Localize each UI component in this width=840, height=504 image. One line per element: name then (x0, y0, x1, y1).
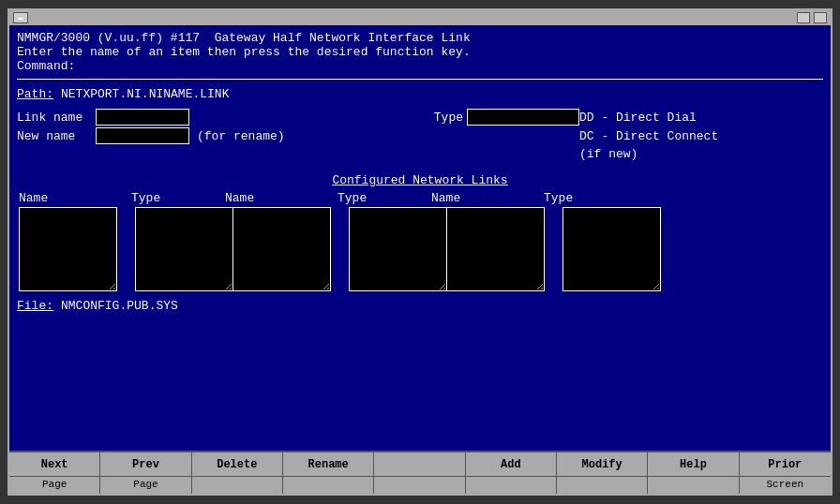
prior-screen-label: Prior (740, 452, 831, 477)
delete-button[interactable]: Delete (192, 452, 283, 494)
main-window: ▬ NMMGR/3000 (V.uu.ff) #117 Gateway Half… (8, 8, 832, 496)
help-label: Help (648, 452, 738, 477)
dc-legend: DC - Direct Connect (579, 127, 823, 146)
modify-label: Modify (557, 452, 647, 477)
col-header-name3: Name (431, 191, 544, 205)
instruction-text: Enter the name of an item then press the… (17, 45, 823, 59)
rename-button[interactable]: Rename (283, 452, 374, 494)
main-content: NMMGR/3000 (V.uu.ff) #117 Gateway Half N… (9, 25, 831, 451)
prev-page-sublabel: Page (100, 477, 190, 494)
type-col3[interactable] (562, 207, 661, 291)
link-name-label: Link name (17, 111, 92, 125)
new-name-row: New name (for rename) (17, 127, 415, 144)
prev-page-button[interactable]: Prev Page (100, 452, 191, 494)
next-page-label: Next (9, 452, 99, 477)
type-input[interactable] (467, 109, 579, 126)
col-header-name2: Name (225, 191, 338, 205)
form-section: Link name New name (for rename) Type DD … (17, 109, 823, 164)
link-name-input[interactable] (96, 109, 189, 126)
rename-label: Rename (283, 452, 373, 477)
modify-button[interactable]: Modify (557, 452, 648, 494)
maximize-button[interactable] (797, 12, 810, 23)
delete-sublabel (192, 477, 282, 494)
add-label: Add (466, 452, 556, 477)
button-bar: Next Page Prev Page Delete Rename Add Mo… (9, 451, 831, 494)
type-col1[interactable] (135, 207, 233, 291)
form-left: Link name New name (for rename) (17, 109, 415, 146)
delete-label: Delete (192, 452, 282, 477)
new-name-input[interactable] (96, 127, 189, 144)
header-section: NMMGR/3000 (V.uu.ff) #117 Gateway Half N… (17, 29, 823, 75)
data-rows (17, 207, 823, 291)
restore-button[interactable] (814, 12, 827, 23)
file-section: File: NMCONFIG.PUB.SYS (17, 299, 823, 313)
path-value: NETXPORT.NI.NINAME.LINK (61, 87, 229, 101)
empty-sublabel (374, 477, 464, 494)
col-header-type1: Type (131, 191, 225, 205)
next-page-sublabel: Page (9, 477, 99, 494)
if-new-text: (if new) (579, 145, 823, 164)
form-right-legend: DD - Direct Dial DC - Direct Connect (if… (579, 109, 823, 164)
modify-sublabel (557, 477, 647, 494)
file-label: File: (17, 299, 53, 313)
prior-screen-button[interactable]: Prior Screen (740, 452, 831, 494)
type-label: Type (434, 111, 463, 125)
help-sublabel (648, 477, 738, 494)
file-value: NMCONFIG.PUB.SYS (61, 299, 178, 313)
network-links-title: Configured Network Links (17, 173, 823, 187)
for-rename-text: (for rename) (197, 129, 285, 143)
link-name-row: Link name (17, 109, 415, 126)
add-button[interactable]: Add (466, 452, 557, 494)
help-button[interactable]: Help (648, 452, 739, 494)
name-col3[interactable] (446, 207, 545, 291)
columns-header: Name Type Name Type Name Type (17, 191, 823, 205)
col-header-name1: Name (19, 191, 131, 205)
type-row: Type (434, 109, 579, 126)
empty-button (374, 452, 465, 494)
type-section: Type (434, 109, 579, 126)
name-col2[interactable] (232, 207, 331, 291)
empty-label (374, 452, 464, 477)
add-sublabel (466, 477, 556, 494)
path-section: Path: NETXPORT.NI.NINAME.LINK (17, 87, 823, 101)
path-label: Path: (17, 87, 53, 101)
name-col1[interactable] (19, 207, 117, 291)
prior-screen-sublabel: Screen (740, 477, 831, 494)
system-menu-button[interactable]: ▬ (13, 12, 28, 23)
app-title: NMMGR/3000 (V.uu.ff) #117 Gateway Half N… (17, 31, 823, 45)
header-divider (17, 79, 823, 80)
next-page-button[interactable]: Next Page (9, 452, 100, 494)
col-header-type3: Type (544, 191, 638, 205)
prev-page-label: Prev (100, 452, 190, 477)
new-name-label: New name (17, 129, 92, 143)
command-label: Command: (17, 59, 823, 73)
title-bar: ▬ (9, 10, 831, 25)
col-header-type2: Type (338, 191, 431, 205)
rename-sublabel (283, 477, 373, 494)
dd-legend: DD - Direct Dial (579, 109, 823, 127)
type-col2[interactable] (349, 207, 447, 291)
